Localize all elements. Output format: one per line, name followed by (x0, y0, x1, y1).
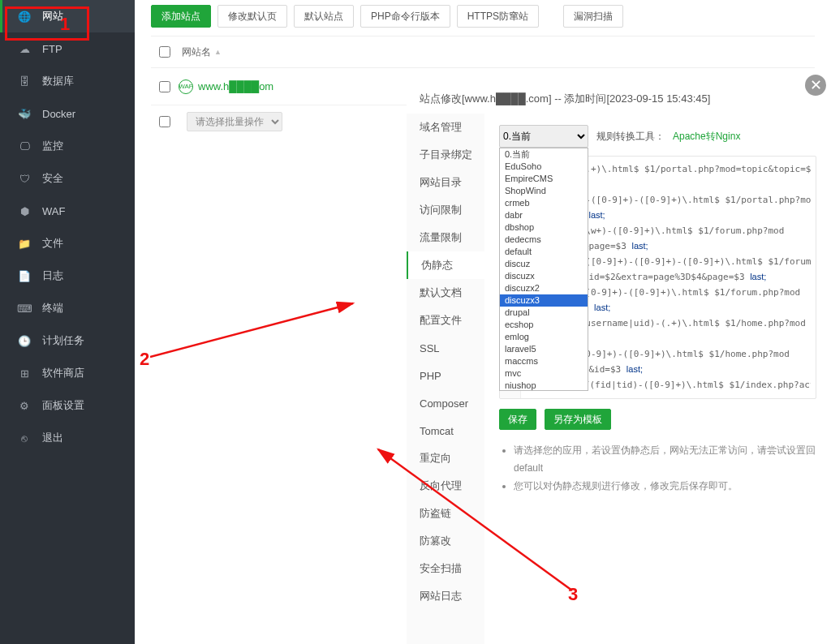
dropdown-option[interactable]: ShopWind (500, 185, 588, 197)
dropdown-option[interactable]: 0.当前 (500, 148, 588, 161)
modal-tab-网站目录[interactable]: 网站目录 (407, 169, 484, 196)
dropdown-option[interactable]: dabr (500, 209, 588, 221)
modal-tab-伪静态[interactable]: 伪静态 (407, 251, 484, 279)
close-icon[interactable]: ✕ (805, 75, 826, 96)
modal-tab-Composer[interactable]: Composer (407, 389, 484, 417)
sidebar-item-terminal[interactable]: ⌨ 终端 (0, 292, 135, 324)
modal-content: 0.当前 0.当前EduSohoEmpireCMSShopWindcrmebda… (484, 114, 831, 644)
dropdown-option[interactable]: mvc (500, 367, 588, 380)
modal-tab-PHP[interactable]: PHP (407, 362, 484, 389)
modal-tab-防盗链[interactable]: 防盗链 (407, 500, 484, 527)
modal-tab-SSL[interactable]: SSL (407, 334, 484, 362)
database-icon: 🗄 (18, 75, 31, 88)
docker-icon: 🐳 (18, 107, 31, 120)
dropdown-option[interactable]: laravel5 (500, 343, 588, 355)
sidebar-item-files[interactable]: 📁 文件 (0, 227, 135, 260)
sidebar-item-security[interactable]: 🛡 安全 (0, 162, 135, 195)
sidebar-item-label: 网站 (42, 9, 63, 24)
sidebar: 🌐 网站 ☁ FTP 🗄 数据库 🐳 Docker 🖵 监控 🛡 安全 ⬢ WA… (0, 0, 135, 644)
shield-icon: 🛡 (18, 172, 31, 185)
https-defense-button[interactable]: HTTPS防窜站 (457, 5, 539, 28)
gear-icon: ⚙ (18, 399, 31, 412)
firewall-icon: ⬢ (18, 204, 31, 217)
vuln-scan-button[interactable]: 漏洞扫描 (563, 5, 623, 28)
dropdown-option[interactable]: drupal (500, 307, 588, 319)
apache-to-nginx-link[interactable]: Apache转Nginx (673, 130, 740, 144)
modal-tab-重定向[interactable]: 重定向 (407, 444, 484, 472)
rewrite-rule-select[interactable]: 0.当前 (499, 125, 588, 148)
modal-tab-流量限制[interactable]: 流量限制 (407, 224, 484, 251)
default-site-button[interactable]: 默认站点 (294, 5, 354, 28)
sort-caret-icon: ▲ (214, 48, 222, 56)
sidebar-item-store[interactable]: ⊞ 软件商店 (0, 357, 135, 389)
sidebar-item-settings[interactable]: ⚙ 面板设置 (0, 389, 135, 422)
bulk-action-select[interactable]: 请选择批量操作 (187, 112, 282, 131)
dropdown-option[interactable]: discuzx2 (500, 282, 588, 294)
waf-badge-icon: WAF (179, 79, 193, 94)
sidebar-item-database[interactable]: 🗄 数据库 (0, 65, 135, 97)
modal-tab-默认文档[interactable]: 默认文档 (407, 279, 484, 307)
row-checkbox[interactable] (159, 81, 170, 92)
dropdown-option[interactable]: maccms (500, 355, 588, 367)
modal-tab-Tomcat[interactable]: Tomcat (407, 417, 484, 444)
sidebar-item-ftp[interactable]: ☁ FTP (0, 32, 135, 65)
sidebar-item-logout[interactable]: ⎋ 退出 (0, 422, 135, 454)
dropdown-option[interactable]: crmeb (500, 197, 588, 209)
monitor-icon: 🖵 (18, 140, 31, 152)
dropdown-option[interactable]: discuzx3 (500, 294, 588, 307)
dropdown-option[interactable]: EduSoho (500, 161, 588, 173)
site-edit-modal: 站点修改[www.h████.com] -- 添加时间[2023-09-15 1… (407, 84, 831, 644)
cloud-icon: ☁ (18, 42, 31, 55)
dropdown-option[interactable]: dbshop (500, 221, 588, 234)
site-link[interactable]: WAF www.h████om (179, 79, 273, 94)
logout-icon: ⎋ (18, 431, 31, 444)
modify-default-button[interactable]: 修改默认页 (217, 5, 287, 28)
log-icon: 📄 (18, 269, 31, 282)
main-area: 添加站点 修改默认页 默认站点 PHP命令行版本 HTTPS防窜站 漏洞扫描 网… (135, 0, 831, 644)
modal-tab-反向代理[interactable]: 反向代理 (407, 472, 484, 500)
modal-tab-配置文件[interactable]: 配置文件 (407, 307, 484, 334)
dropdown-option[interactable]: EmpireCMS (500, 173, 588, 185)
save-button[interactable]: 保存 (499, 409, 536, 430)
sidebar-item-logs[interactable]: 📄 日志 (0, 260, 135, 292)
rule-tool-label: 规则转换工具： (596, 130, 665, 144)
store-icon: ⊞ (18, 367, 31, 380)
sidebar-item-monitor[interactable]: 🖵 监控 (0, 130, 135, 162)
dropdown-option[interactable]: emlog (500, 331, 588, 343)
folder-icon: 📁 (18, 237, 31, 250)
php-cli-button[interactable]: PHP命令行版本 (360, 5, 450, 28)
table-header: 网站名 ▲ (151, 36, 815, 68)
modal-tab-网站日志[interactable]: 网站日志 (407, 582, 484, 610)
modal-tab-访问限制[interactable]: 访问限制 (407, 196, 484, 224)
dropdown-option[interactable]: ecshop (500, 319, 588, 331)
col-site-name[interactable]: 网站名 ▲ (179, 45, 222, 59)
select-all-checkbox[interactable] (159, 46, 170, 58)
save-as-template-button[interactable]: 另存为模板 (545, 409, 611, 430)
dropdown-option[interactable]: default (500, 246, 588, 258)
dropdown-option[interactable]: dedecms (500, 234, 588, 246)
modal-tab-防篡改[interactable]: 防篡改 (407, 527, 484, 555)
toolbar: 添加站点 修改默认页 默认站点 PHP命令行版本 HTTPS防窜站 漏洞扫描 (135, 0, 831, 36)
modal-tab-子目录绑定[interactable]: 子目录绑定 (407, 141, 484, 169)
add-site-button[interactable]: 添加站点 (151, 5, 211, 28)
modal-tabs: 域名管理子目录绑定网站目录访问限制流量限制伪静态默认文档配置文件SSLPHPCo… (407, 114, 484, 644)
modal-tab-安全扫描[interactable]: 安全扫描 (407, 555, 484, 582)
sidebar-item-docker[interactable]: 🐳 Docker (0, 97, 135, 130)
dropdown-option[interactable]: discuzx (500, 270, 588, 282)
dropdown-option[interactable]: niushop (500, 380, 588, 391)
modal-title: 站点修改[www.h████.com] -- 添加时间[2023-09-15 1… (407, 84, 831, 114)
tips: 请选择您的应用，若设置伪静态后，网站无法正常访问，请尝试设置回default 您… (499, 441, 816, 495)
globe-icon: 🌐 (18, 10, 31, 23)
sidebar-item-website[interactable]: 🌐 网站 (0, 0, 135, 32)
clock-icon: 🕒 (18, 334, 31, 347)
terminal-icon: ⌨ (18, 302, 31, 315)
modal-tab-域名管理[interactable]: 域名管理 (407, 114, 484, 141)
sidebar-item-cron[interactable]: 🕒 计划任务 (0, 324, 135, 357)
rewrite-rule-dropdown[interactable]: 0.当前EduSohoEmpireCMSShopWindcrmebdabrdbs… (499, 148, 588, 391)
dropdown-option[interactable]: discuz (500, 258, 588, 270)
sidebar-item-waf[interactable]: ⬢ WAF (0, 195, 135, 227)
bulk-checkbox[interactable] (159, 116, 170, 127)
